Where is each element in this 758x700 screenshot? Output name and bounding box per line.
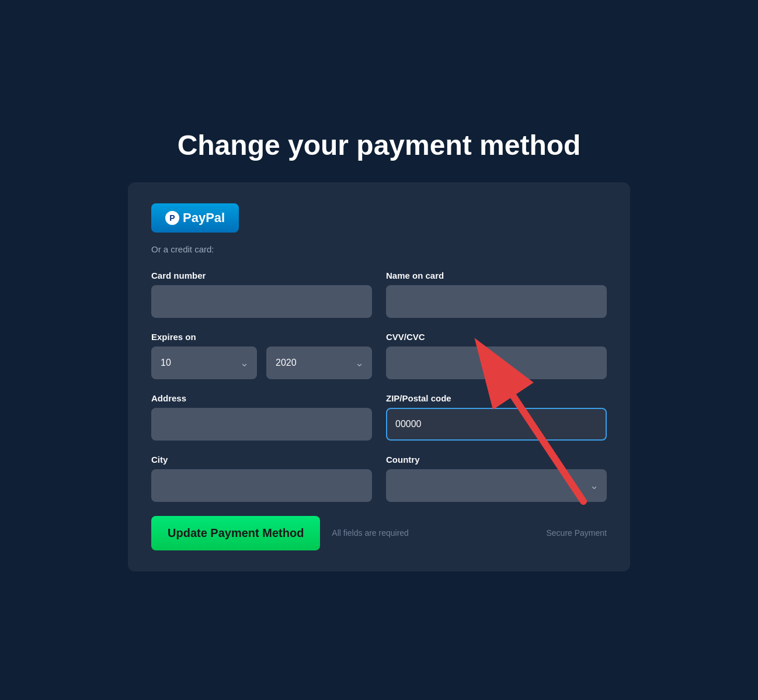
country-select-wrapper: United States United Kingdom Canada Aust…: [386, 469, 607, 502]
year-select-wrapper: 2020 2021 2022 2023 2024 2025 ⌄: [266, 346, 372, 379]
paypal-button[interactable]: P PayPal: [151, 203, 239, 233]
name-on-card-label: Name on card: [386, 271, 607, 280]
card-number-label: Card number: [151, 271, 372, 280]
expires-group: Expires on 1 2 3 4 5 6 7 8 9 10 11: [151, 332, 372, 379]
year-select[interactable]: 2020 2021 2022 2023 2024 2025: [266, 346, 372, 379]
zip-label: ZIP/Postal code: [386, 393, 607, 403]
paypal-logo: P PayPal: [165, 210, 225, 226]
city-country-row: City Country United States United Kingdo…: [151, 455, 607, 502]
expires-cvv-row: Expires on 1 2 3 4 5 6 7 8 9 10 11: [151, 332, 607, 379]
required-text: All fields are required: [332, 528, 409, 538]
secure-payment-text: Secure Payment: [547, 528, 607, 538]
paypal-p-icon: P: [165, 211, 179, 225]
paypal-label: PayPal: [183, 210, 225, 226]
city-label: City: [151, 455, 372, 465]
month-select[interactable]: 1 2 3 4 5 6 7 8 9 10 11 12: [151, 346, 257, 379]
address-zip-row: Address ZIP/Postal code: [151, 393, 607, 441]
card-number-input[interactable]: [151, 285, 372, 318]
name-on-card-group: Name on card: [386, 271, 607, 318]
name-on-card-input[interactable]: [386, 285, 607, 318]
expires-label: Expires on: [151, 332, 372, 342]
card-number-name-row: Card number Name on card: [151, 271, 607, 318]
zip-group: ZIP/Postal code: [386, 393, 607, 441]
card-number-group: Card number: [151, 271, 372, 318]
zip-input[interactable]: [386, 408, 607, 441]
address-group: Address: [151, 393, 372, 441]
cvv-input[interactable]: [386, 346, 607, 379]
expires-selects: 1 2 3 4 5 6 7 8 9 10 11 12 ⌄: [151, 346, 372, 379]
or-credit-label: Or a credit card:: [151, 244, 607, 254]
footer-row: Update Payment Method All fields are req…: [151, 516, 607, 550]
month-select-wrapper: 1 2 3 4 5 6 7 8 9 10 11 12 ⌄: [151, 346, 257, 379]
country-group: Country United States United Kingdom Can…: [386, 455, 607, 502]
page-title: Change your payment method: [178, 129, 581, 161]
country-select[interactable]: United States United Kingdom Canada Aust…: [386, 469, 607, 502]
address-label: Address: [151, 393, 372, 403]
city-group: City: [151, 455, 372, 502]
address-input[interactable]: [151, 408, 372, 441]
update-payment-button[interactable]: Update Payment Method: [151, 516, 320, 550]
cvv-label: CVV/CVC: [386, 332, 607, 342]
city-input[interactable]: [151, 469, 372, 502]
payment-form-card: P PayPal Or a credit card: Card number N…: [128, 182, 630, 571]
cvv-group: CVV/CVC: [386, 332, 607, 379]
country-label: Country: [386, 455, 607, 465]
